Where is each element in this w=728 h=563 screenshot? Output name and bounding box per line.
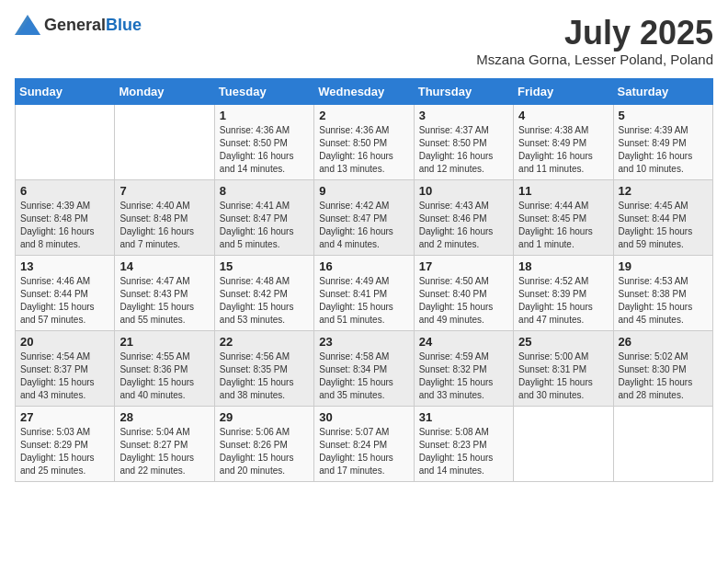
day-number: 15	[220, 259, 309, 273]
day-number: 29	[220, 410, 309, 424]
day-info: Sunrise: 4:37 AMSunset: 8:50 PMDaylight:…	[419, 124, 508, 176]
day-number: 17	[419, 259, 508, 273]
week-row-1: 1Sunrise: 4:36 AMSunset: 8:50 PMDaylight…	[16, 104, 713, 179]
day-info: Sunrise: 4:52 AMSunset: 8:39 PMDaylight:…	[518, 275, 608, 327]
day-number: 5	[619, 109, 708, 122]
calendar-cell: 21Sunrise: 4:55 AMSunset: 8:36 PMDayligh…	[115, 330, 214, 406]
day-number: 8	[220, 184, 309, 198]
calendar-cell: 31Sunrise: 5:08 AMSunset: 8:23 PMDayligh…	[414, 406, 513, 481]
calendar-cell: 6Sunrise: 4:39 AMSunset: 8:48 PMDaylight…	[16, 179, 115, 255]
calendar-cell: 18Sunrise: 4:52 AMSunset: 8:39 PMDayligh…	[514, 255, 613, 330]
day-number: 3	[419, 109, 508, 122]
calendar-cell: 22Sunrise: 4:56 AMSunset: 8:35 PMDayligh…	[214, 330, 313, 406]
logo-general: General	[44, 16, 106, 34]
day-number: 20	[20, 335, 109, 349]
calendar-cell	[514, 406, 613, 481]
week-row-5: 27Sunrise: 5:03 AMSunset: 8:29 PMDayligh…	[16, 406, 713, 481]
header-tuesday: Tuesday	[214, 78, 313, 104]
calendar-cell: 27Sunrise: 5:03 AMSunset: 8:29 PMDayligh…	[16, 406, 115, 481]
day-info: Sunrise: 5:03 AMSunset: 8:29 PMDaylight:…	[20, 426, 109, 477]
logo-text: GeneralBlue	[44, 16, 142, 35]
calendar-cell: 28Sunrise: 5:04 AMSunset: 8:27 PMDayligh…	[115, 406, 214, 481]
day-number: 25	[518, 335, 608, 349]
calendar-cell: 9Sunrise: 4:42 AMSunset: 8:47 PMDaylight…	[314, 179, 414, 255]
day-info: Sunrise: 4:40 AMSunset: 8:48 PMDaylight:…	[119, 200, 209, 251]
day-info: Sunrise: 4:46 AMSunset: 8:44 PMDaylight:…	[20, 275, 109, 327]
day-info: Sunrise: 4:49 AMSunset: 8:41 PMDaylight:…	[319, 275, 408, 327]
calendar-cell: 10Sunrise: 4:43 AMSunset: 8:46 PMDayligh…	[414, 179, 513, 255]
calendar-cell	[16, 104, 115, 179]
week-row-3: 13Sunrise: 4:46 AMSunset: 8:44 PMDayligh…	[16, 255, 713, 330]
day-number: 1	[220, 109, 309, 122]
day-number: 2	[319, 109, 408, 122]
calendar-cell: 15Sunrise: 4:48 AMSunset: 8:42 PMDayligh…	[214, 255, 313, 330]
day-number: 6	[20, 184, 109, 198]
day-info: Sunrise: 4:54 AMSunset: 8:37 PMDaylight:…	[20, 350, 109, 402]
day-number: 24	[419, 335, 508, 349]
calendar-cell: 8Sunrise: 4:41 AMSunset: 8:47 PMDaylight…	[214, 179, 313, 255]
calendar-cell	[115, 104, 214, 179]
week-row-4: 20Sunrise: 4:54 AMSunset: 8:37 PMDayligh…	[16, 330, 713, 406]
day-number: 9	[319, 184, 408, 198]
calendar-header-row: SundayMondayTuesdayWednesdayThursdayFrid…	[16, 78, 713, 104]
calendar-cell: 16Sunrise: 4:49 AMSunset: 8:41 PMDayligh…	[314, 255, 414, 330]
calendar-cell: 3Sunrise: 4:37 AMSunset: 8:50 PMDaylight…	[414, 104, 513, 179]
day-info: Sunrise: 4:55 AMSunset: 8:36 PMDaylight:…	[119, 350, 209, 402]
header-thursday: Thursday	[414, 78, 513, 104]
calendar-cell: 1Sunrise: 4:36 AMSunset: 8:50 PMDaylight…	[214, 104, 313, 179]
calendar-cell: 17Sunrise: 4:50 AMSunset: 8:40 PMDayligh…	[414, 255, 513, 330]
day-info: Sunrise: 4:56 AMSunset: 8:35 PMDaylight:…	[220, 350, 309, 402]
month-title: July 2025	[476, 15, 713, 52]
day-number: 16	[319, 259, 408, 273]
calendar-cell: 30Sunrise: 5:07 AMSunset: 8:24 PMDayligh…	[314, 406, 414, 481]
day-info: Sunrise: 4:42 AMSunset: 8:47 PMDaylight:…	[319, 200, 408, 251]
calendar-cell: 19Sunrise: 4:53 AMSunset: 8:38 PMDayligh…	[613, 255, 712, 330]
day-number: 13	[20, 259, 109, 273]
calendar-cell	[613, 406, 712, 481]
header-wednesday: Wednesday	[314, 78, 414, 104]
header-saturday: Saturday	[613, 78, 712, 104]
day-info: Sunrise: 4:39 AMSunset: 8:48 PMDaylight:…	[20, 200, 109, 251]
page-header: GeneralBlue July 2025 Mszana Gorna, Less…	[15, 15, 713, 67]
day-info: Sunrise: 5:04 AMSunset: 8:27 PMDaylight:…	[119, 426, 209, 477]
day-info: Sunrise: 4:38 AMSunset: 8:49 PMDaylight:…	[518, 124, 608, 176]
day-info: Sunrise: 4:41 AMSunset: 8:47 PMDaylight:…	[220, 200, 309, 251]
calendar-cell: 14Sunrise: 4:47 AMSunset: 8:43 PMDayligh…	[115, 255, 214, 330]
day-number: 10	[419, 184, 508, 198]
calendar-cell: 4Sunrise: 4:38 AMSunset: 8:49 PMDaylight…	[514, 104, 613, 179]
logo: GeneralBlue	[15, 15, 142, 35]
day-info: Sunrise: 4:47 AMSunset: 8:43 PMDaylight:…	[119, 275, 209, 327]
day-info: Sunrise: 4:44 AMSunset: 8:45 PMDaylight:…	[518, 200, 608, 251]
day-info: Sunrise: 4:43 AMSunset: 8:46 PMDaylight:…	[419, 200, 508, 251]
header-sunday: Sunday	[16, 78, 115, 104]
day-info: Sunrise: 5:06 AMSunset: 8:26 PMDaylight:…	[220, 426, 309, 477]
day-info: Sunrise: 5:07 AMSunset: 8:24 PMDaylight:…	[319, 426, 408, 477]
calendar-cell: 7Sunrise: 4:40 AMSunset: 8:48 PMDaylight…	[115, 179, 214, 255]
day-number: 27	[20, 410, 109, 424]
calendar-cell: 11Sunrise: 4:44 AMSunset: 8:45 PMDayligh…	[514, 179, 613, 255]
day-number: 12	[619, 184, 708, 198]
calendar-cell: 23Sunrise: 4:58 AMSunset: 8:34 PMDayligh…	[314, 330, 414, 406]
calendar-cell: 25Sunrise: 5:00 AMSunset: 8:31 PMDayligh…	[514, 330, 613, 406]
day-number: 19	[619, 259, 708, 273]
calendar-cell: 5Sunrise: 4:39 AMSunset: 8:49 PMDaylight…	[613, 104, 712, 179]
calendar-cell: 24Sunrise: 4:59 AMSunset: 8:32 PMDayligh…	[414, 330, 513, 406]
day-number: 22	[220, 335, 309, 349]
week-row-2: 6Sunrise: 4:39 AMSunset: 8:48 PMDaylight…	[16, 179, 713, 255]
calendar-cell: 26Sunrise: 5:02 AMSunset: 8:30 PMDayligh…	[613, 330, 712, 406]
calendar-cell: 2Sunrise: 4:36 AMSunset: 8:50 PMDaylight…	[314, 104, 414, 179]
logo-icon	[15, 15, 40, 35]
day-info: Sunrise: 4:58 AMSunset: 8:34 PMDaylight:…	[319, 350, 408, 402]
day-number: 26	[619, 335, 708, 349]
day-number: 23	[319, 335, 408, 349]
calendar-table: SundayMondayTuesdayWednesdayThursdayFrid…	[15, 78, 713, 482]
day-info: Sunrise: 4:50 AMSunset: 8:40 PMDaylight:…	[419, 275, 508, 327]
calendar-cell: 29Sunrise: 5:06 AMSunset: 8:26 PMDayligh…	[214, 406, 313, 481]
day-number: 11	[518, 184, 608, 198]
day-info: Sunrise: 4:36 AMSunset: 8:50 PMDaylight:…	[220, 124, 309, 176]
calendar-cell: 20Sunrise: 4:54 AMSunset: 8:37 PMDayligh…	[16, 330, 115, 406]
day-number: 28	[119, 410, 209, 424]
logo-blue: Blue	[106, 16, 142, 34]
day-number: 30	[319, 410, 408, 424]
day-info: Sunrise: 4:48 AMSunset: 8:42 PMDaylight:…	[220, 275, 309, 327]
